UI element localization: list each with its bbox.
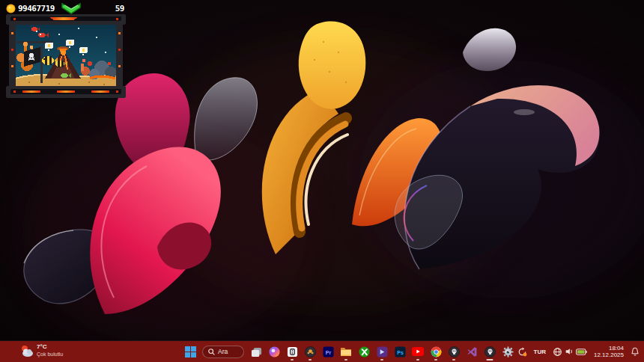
skull-game-icon [484,346,496,358]
taskbar-center: Ara [182,341,516,362]
taskbar-app-game-2[interactable] [446,343,462,361]
notification-bell-icon [631,347,640,357]
taskbar-app-chrome[interactable] [428,343,444,361]
taskbar-app-file-explorer[interactable] [338,343,354,361]
date-label: 12.12.2025 [594,352,624,358]
xbox-icon [359,346,370,358]
collect-chevron-icon[interactable] [61,3,82,14]
premiere-glyph: Pr [325,349,331,355]
taskbar-app-game-3[interactable] [482,343,498,361]
weather-icon [20,345,34,358]
skull-game-icon [449,346,460,358]
language-indicator[interactable]: TUR [532,343,548,360]
coin-counter: 99467719 [6,4,55,13]
file-explorer-icon [340,346,352,357]
running-indicator [380,359,383,361]
taskbar-app-xbox[interactable] [356,343,372,361]
search-icon [208,349,215,355]
taskbar-app-copilot[interactable] [266,343,282,361]
level-count: 59 [115,4,124,13]
taskbar-app-game-1[interactable] [302,343,318,361]
time-label: 18:04 [609,345,624,352]
game-hud: 99467719 59 [6,2,126,14]
youtube-icon [412,347,424,356]
aquarium-game-window[interactable]: 99467719 59 [6,1,126,100]
game-icon [305,346,316,358]
tray-sync-button[interactable] [516,343,529,360]
taskbar-app-photoshop[interactable]: Ps [392,343,408,361]
running-indicator [434,359,437,361]
desktop[interactable]: 99467719 59 [0,0,644,362]
task-view-button[interactable] [248,343,264,361]
sync-icon [517,347,527,357]
taskbar-app-notes[interactable] [284,343,300,361]
coin-icon [6,4,16,13]
system-tray: TUR 18:04 12.12.2025 [502,341,642,362]
taskbar-app-visual-studio[interactable] [464,343,480,361]
active-indicator [487,359,493,361]
premiere-pro-icon: Pr [323,346,334,358]
aquarium-tank[interactable] [6,14,126,99]
task-view-icon [251,346,262,358]
taskbar-app-youtube[interactable] [410,343,426,361]
running-indicator [452,359,455,361]
tray-overflow-button[interactable] [502,343,513,360]
running-indicator [344,359,347,361]
search-box[interactable]: Ara [202,346,244,358]
start-button[interactable] [182,343,198,361]
windows-start-icon [185,346,196,358]
clipchamp-icon [377,346,388,358]
search-label: Ara [218,348,228,355]
taskbar-app-premiere-pro[interactable]: Pr [320,343,336,361]
battery-icon [576,348,587,356]
running-indicator [416,359,419,361]
running-indicator [291,359,294,361]
chevron-up-icon [504,349,511,355]
running-indicator [309,359,312,361]
notes-app-icon [287,346,298,358]
coin-count: 99467719 [18,4,55,13]
clock[interactable]: 18:04 12.12.2025 [592,343,626,360]
taskbar-app-clipchamp[interactable] [374,343,390,361]
chrome-icon [431,346,442,358]
weather-temperature: 7°C [37,343,63,351]
volume-icon [565,347,574,356]
network-icon [553,347,562,357]
copilot-icon [269,346,280,358]
taskbar: 7°C Çok bulutlu Ara [0,341,644,362]
tray-status-icons[interactable] [551,343,589,360]
weather-widget[interactable]: 7°C Çok bulutlu [20,343,63,358]
weather-condition: Çok bulutlu [37,351,63,358]
notification-center-button[interactable] [629,343,641,360]
visual-studio-icon [467,346,478,358]
photoshop-icon: Ps [395,346,406,358]
photoshop-glyph: Ps [397,349,404,355]
